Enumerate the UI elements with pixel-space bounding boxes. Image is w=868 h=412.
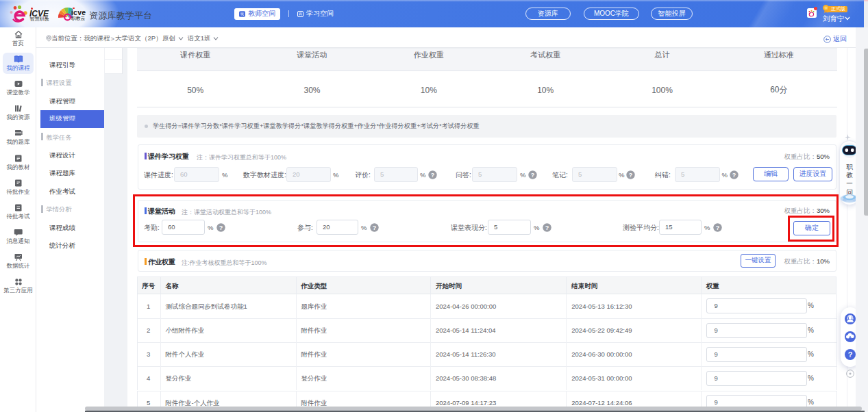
svg-text:?: ? bbox=[732, 171, 736, 178]
svg-text:?: ? bbox=[531, 171, 535, 178]
svg-text:?: ? bbox=[431, 171, 435, 178]
svg-text:?: ? bbox=[629, 171, 633, 178]
